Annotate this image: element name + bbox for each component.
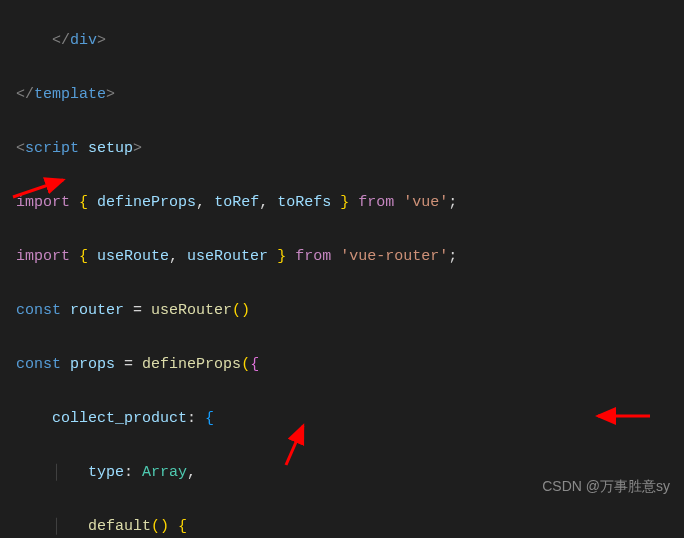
watermark: CSDN @万事胜意sy [542,473,670,500]
code-line: import { useRoute, useRouter } from 'vue… [16,243,684,270]
code-line: │ default() { [16,513,684,538]
code-line: </div> [16,27,684,54]
code-line: </template> [16,81,684,108]
code-line: const router = useRouter() [16,297,684,324]
code-line: collect_product: { [16,405,684,432]
code-editor[interactable]: </div> </template> <script setup> import… [0,0,684,538]
code-line: <script setup> [16,135,684,162]
code-line: import { defineProps, toRef, toRefs } fr… [16,189,684,216]
code-line: const props = defineProps({ [16,351,684,378]
